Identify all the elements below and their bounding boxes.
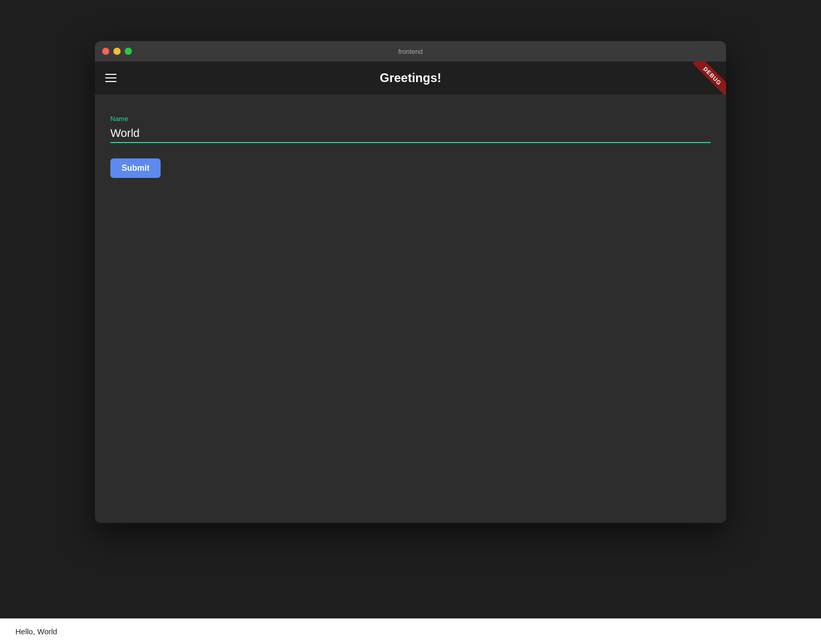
app-window: frontend Greetings! DEBUG Name Submit <box>95 41 726 523</box>
status-bar: Hello, World <box>0 618 821 644</box>
hamburger-line-1 <box>105 74 116 75</box>
hamburger-line-3 <box>105 81 116 82</box>
maximize-button[interactable] <box>125 48 132 55</box>
name-field-container: Name <box>110 115 711 143</box>
traffic-lights <box>102 48 132 55</box>
app-title: Greetings! <box>380 71 441 85</box>
app-content: Name Submit <box>95 94 726 523</box>
name-label: Name <box>110 115 711 123</box>
close-button[interactable] <box>102 48 109 55</box>
minimize-button[interactable] <box>113 48 121 55</box>
hamburger-line-2 <box>105 77 116 78</box>
debug-ribbon: DEBUG <box>685 62 726 94</box>
title-bar: frontend <box>95 41 726 62</box>
submit-button[interactable]: Submit <box>110 158 161 178</box>
app-header: Greetings! DEBUG <box>95 62 726 94</box>
name-input[interactable] <box>110 125 711 143</box>
debug-label: DEBUG <box>693 62 726 94</box>
window-title: frontend <box>398 48 423 55</box>
status-text: Hello, World <box>15 627 57 636</box>
hamburger-menu-button[interactable] <box>105 74 116 82</box>
